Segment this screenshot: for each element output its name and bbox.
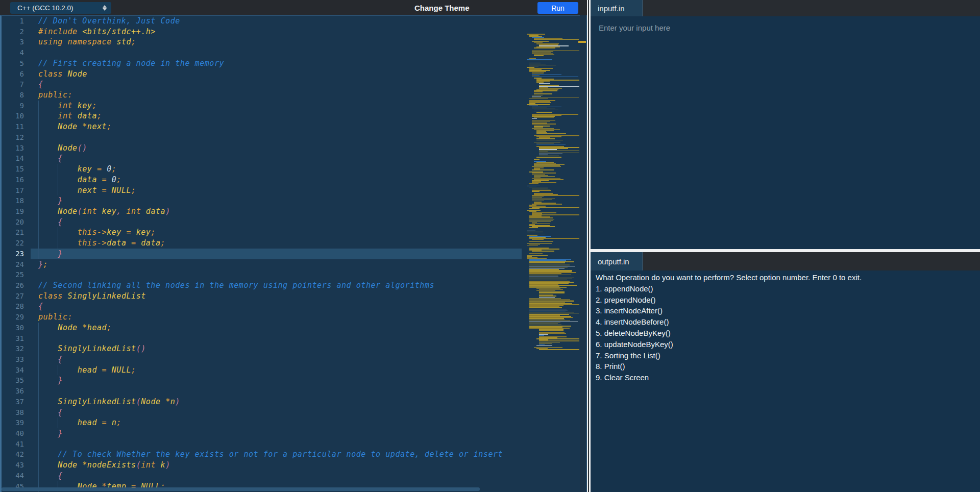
code-line[interactable]: 12 bbox=[0, 132, 580, 143]
line-number: 23 bbox=[0, 249, 31, 259]
indent-guide bbox=[38, 439, 39, 450]
indent-guide bbox=[38, 111, 39, 121]
input-textarea[interactable] bbox=[591, 16, 980, 249]
code-line[interactable]: 37 SinglyLinkedList(Node *n) bbox=[0, 397, 580, 407]
indent-guide bbox=[38, 323, 39, 333]
minimap-line bbox=[536, 140, 562, 141]
code-line[interactable]: 13 Node() bbox=[0, 143, 580, 154]
code-line[interactable]: 14 { bbox=[0, 153, 580, 164]
code-line[interactable]: 5// First creating a node in the memory bbox=[0, 58, 580, 69]
code-line[interactable]: 20 { bbox=[0, 217, 580, 228]
code-line[interactable]: 6class Node bbox=[0, 69, 580, 80]
line-number: 33 bbox=[0, 354, 31, 365]
line-number: 2 bbox=[0, 27, 31, 37]
code-text: } bbox=[31, 375, 522, 386]
code-line[interactable]: 34 head = NULL; bbox=[0, 365, 580, 376]
code-line[interactable]: 30 Node *head; bbox=[0, 323, 580, 333]
code-line[interactable]: 23 } bbox=[0, 249, 580, 259]
code-line[interactable]: 35 } bbox=[0, 375, 580, 386]
line-number: 6 bbox=[0, 69, 31, 80]
line-number: 30 bbox=[0, 323, 31, 333]
line-number: 20 bbox=[0, 217, 31, 228]
code-line[interactable]: 19 Node(int key, int data) bbox=[0, 206, 580, 217]
indent-guide bbox=[58, 417, 58, 428]
code-line[interactable]: 41 bbox=[0, 439, 580, 450]
indent-guide bbox=[38, 397, 39, 407]
code-line[interactable]: 4 bbox=[0, 47, 580, 58]
minimap-line bbox=[527, 245, 538, 247]
run-button[interactable]: Run bbox=[537, 2, 578, 14]
code-line[interactable]: 24}; bbox=[0, 259, 580, 270]
language-selector[interactable]: C++ (GCC 10.2.0) bbox=[10, 2, 111, 14]
code-line[interactable]: 39 head = n; bbox=[0, 417, 580, 428]
line-number: 41 bbox=[0, 439, 31, 450]
code-text: this->key = key; bbox=[31, 227, 522, 238]
line-number: 24 bbox=[0, 259, 31, 270]
code-line[interactable]: 33 { bbox=[0, 354, 580, 365]
language-selector-value: C++ (GCC 10.2.0) bbox=[10, 4, 103, 12]
minimap-line bbox=[536, 144, 566, 145]
line-number: 14 bbox=[0, 153, 31, 164]
code-text: // To check Whether the key exists or no… bbox=[31, 449, 522, 460]
line-number: 42 bbox=[0, 449, 31, 460]
top-toolbar: C++ (GCC 10.2.0) Change Theme Run bbox=[0, 0, 587, 15]
code-editor[interactable]: 1// Don't Overthink, Just Code2#include … bbox=[0, 15, 587, 492]
minimap-line bbox=[539, 330, 564, 331]
code-line[interactable]: 17 next = NULL; bbox=[0, 185, 580, 196]
code-line[interactable]: 2#include <bits/stdc++.h> bbox=[0, 27, 580, 37]
line-number: 40 bbox=[0, 428, 31, 439]
line-number: 25 bbox=[0, 269, 31, 280]
code-line[interactable]: 22 this->data = data; bbox=[0, 238, 580, 249]
code-line[interactable]: 11 Node *next; bbox=[0, 121, 580, 132]
indent-guide bbox=[38, 354, 39, 365]
code-line[interactable]: 8public: bbox=[0, 90, 580, 101]
code-line[interactable]: 1// Don't Overthink, Just Code bbox=[0, 16, 580, 27]
minimap-line bbox=[534, 39, 579, 40]
code-line[interactable]: 16 data = 0; bbox=[0, 175, 580, 185]
code-line[interactable]: 27class SinglyLinkedList bbox=[0, 291, 580, 302]
tab-outputf-in[interactable]: outputf.in bbox=[591, 252, 643, 270]
minimap[interactable] bbox=[527, 31, 580, 492]
indent-guide bbox=[38, 132, 39, 143]
code-line[interactable]: 38 { bbox=[0, 407, 580, 418]
minimap-line bbox=[534, 55, 544, 56]
minimap-line bbox=[529, 98, 549, 99]
code-line[interactable]: 26// Second linking all the nodes in the… bbox=[0, 280, 580, 291]
code-line[interactable]: 18 } bbox=[0, 195, 580, 206]
indent-guide bbox=[38, 164, 39, 175]
code-text: // First creating a node in the memory bbox=[31, 58, 522, 69]
code-text: Node(int key, int data) bbox=[31, 206, 522, 217]
code-text: SinglyLinkedList(Node *n) bbox=[31, 397, 522, 407]
code-line[interactable]: 31 bbox=[0, 333, 580, 344]
indent-guide bbox=[58, 227, 58, 238]
code-line[interactable]: 29public: bbox=[0, 312, 580, 323]
code-line[interactable]: 10 int data; bbox=[0, 111, 580, 121]
code-line[interactable]: 21 this->key = key; bbox=[0, 227, 580, 238]
code-line[interactable]: 42 // To check Whether the key exists or… bbox=[0, 449, 580, 460]
code-line[interactable]: 28{ bbox=[0, 301, 580, 312]
code-line[interactable]: 32 SinglyLinkedList() bbox=[0, 343, 580, 354]
code-line[interactable]: 36 bbox=[0, 386, 580, 397]
code-line[interactable]: 7{ bbox=[0, 79, 580, 90]
line-number: 22 bbox=[0, 238, 31, 249]
vertical-scrollbar[interactable] bbox=[580, 15, 587, 492]
code-line[interactable]: 25 bbox=[0, 269, 580, 280]
output-line: 8. Print() bbox=[596, 361, 980, 372]
indent-guide bbox=[38, 101, 39, 111]
change-theme-button[interactable]: Change Theme bbox=[414, 0, 470, 15]
code-text: this->data = data; bbox=[31, 238, 522, 249]
code-text: #include <bits/stdc++.h> bbox=[31, 27, 522, 37]
code-line[interactable]: 44 { bbox=[0, 471, 580, 481]
code-line[interactable]: 3using namespace std; bbox=[0, 37, 580, 47]
line-number: 39 bbox=[0, 417, 31, 428]
panel-divider-vertical[interactable] bbox=[587, 0, 591, 492]
minimap-line bbox=[532, 239, 544, 240]
code-line[interactable]: 43 Node *nodeExists(int k) bbox=[0, 460, 580, 471]
tab-inputf-in[interactable]: inputf.in bbox=[591, 0, 643, 16]
code-line[interactable]: 9 int key; bbox=[0, 101, 580, 111]
code-line[interactable]: 15 key = 0; bbox=[0, 164, 580, 175]
horizontal-scrollbar-thumb[interactable] bbox=[2, 487, 480, 491]
code-line[interactable]: 40 } bbox=[0, 428, 580, 439]
minimap-line bbox=[539, 83, 550, 84]
line-number: 5 bbox=[0, 58, 31, 69]
